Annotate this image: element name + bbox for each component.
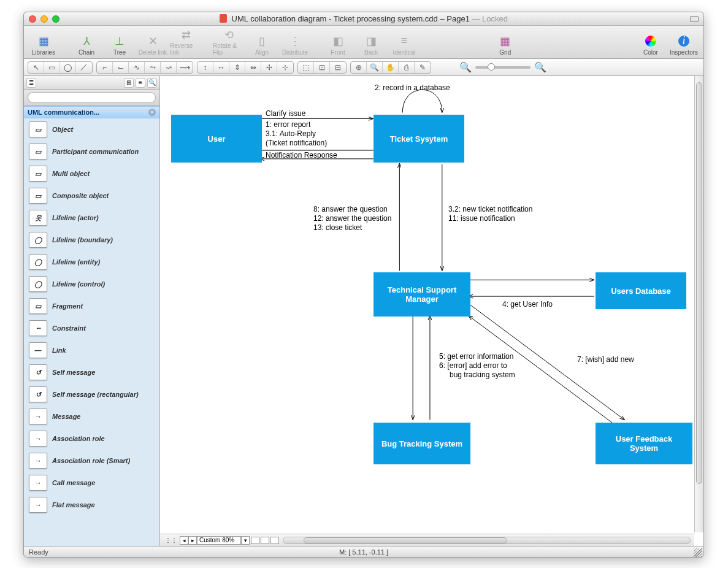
conn3-tool[interactable]: ∿ (129, 62, 145, 73)
zoom-in-icon[interactable]: 🔍 (534, 61, 546, 73)
node-bug-tracking[interactable]: Bug Tracking System (374, 423, 470, 464)
t5-tool[interactable]: ✢ (261, 62, 277, 73)
label-clarify[interactable]: Clarify issue (266, 109, 305, 119)
ellipse-tool[interactable]: ◯ (60, 62, 76, 73)
page-icon-2[interactable] (261, 537, 269, 544)
t1-tool[interactable]: ↕ (197, 62, 213, 73)
library-item[interactable]: 웃Lifeline (actor) (24, 207, 159, 229)
maximize-button[interactable] (690, 16, 699, 22)
nav5-tool[interactable]: ✎ (415, 62, 431, 73)
t6-tool[interactable]: ⊹ (277, 62, 293, 73)
library-item[interactable]: ◯Lifeline (entity) (24, 251, 159, 273)
library-item[interactable]: ↺Self message (24, 361, 159, 383)
titlebar[interactable]: UML collaboration diagram - Ticket proce… (24, 12, 703, 26)
library-search-input[interactable] (28, 92, 156, 103)
canvas[interactable]: User Ticket Sysytem Technical Support Ma… (160, 76, 694, 532)
node-ticket-system[interactable]: Ticket Sysytem (374, 115, 464, 163)
label-5[interactable]: 5: get error information (439, 352, 513, 362)
library-item[interactable]: ▭Composite object (24, 185, 159, 207)
zoom-out-icon[interactable]: 🔍 (459, 61, 472, 73)
zoom-icon[interactable] (52, 15, 59, 23)
back-button[interactable]: ◨Back (355, 28, 387, 57)
library-item[interactable]: —Link (24, 339, 159, 361)
label-31b[interactable]: (Ticket notification) (266, 139, 327, 148)
conn5-tool[interactable]: ⤻ (161, 62, 177, 73)
prev-page-button[interactable]: ◂ (180, 536, 188, 545)
delete-link-button[interactable]: ✕Delete link (137, 28, 169, 57)
rotate-flip-button[interactable]: ⟲Rotate & Flip (213, 28, 245, 57)
node-users-database[interactable]: Users Database (596, 272, 686, 309)
label-6a[interactable]: 6: [error] add error to (439, 361, 507, 371)
grid-view-icon[interactable]: ⊞ (124, 78, 134, 88)
line-tool[interactable]: ／ (76, 62, 92, 73)
label-8[interactable]: 8: answer the question (313, 205, 388, 215)
conn1-tool[interactable]: ⌐ (97, 62, 113, 73)
page-icon-3[interactable] (270, 537, 279, 544)
s1-tool[interactable]: ⬚ (298, 62, 314, 73)
zoom-level-input[interactable]: Custom 80% (197, 536, 241, 545)
align-button[interactable]: ▯Align (246, 28, 278, 57)
label-12[interactable]: 12: answer the question (313, 214, 391, 224)
resize-grip[interactable] (694, 548, 702, 557)
label-4[interactable]: 4: get User Info (502, 300, 553, 310)
label-notif[interactable]: Notification Response (266, 151, 337, 161)
inspectors-button[interactable]: iInspectors (668, 28, 700, 57)
s3-tool[interactable]: ⊟ (330, 62, 346, 73)
node-user[interactable]: User (171, 115, 262, 163)
identical-button[interactable]: ≡Identical (388, 28, 420, 57)
reverse-link-button[interactable]: ⇄Reverse link (170, 28, 202, 57)
search-icon[interactable]: 🔍 (147, 78, 157, 88)
close-category-icon[interactable]: × (148, 109, 156, 116)
tree-button[interactable]: ⊥Tree (104, 28, 136, 57)
label-7[interactable]: 7: [wish] add new (577, 355, 634, 365)
grid-button[interactable]: ▦Grid (489, 28, 521, 57)
t3-tool[interactable]: ⇕ (229, 62, 245, 73)
list-view-icon[interactable]: ≡ (136, 78, 145, 88)
label-11[interactable]: 11: issue notification (448, 214, 515, 224)
handle-icon[interactable]: ⋮⋮ (165, 537, 177, 543)
library-category[interactable]: UML communication...× (24, 106, 159, 118)
s2-tool[interactable]: ⊡ (314, 62, 330, 73)
label-1[interactable]: 1: error report (266, 120, 310, 130)
label-13[interactable]: 13: close ticket (313, 223, 362, 233)
zoom-menu-button[interactable]: ▾ (241, 536, 250, 545)
library-item[interactable]: ┄Constraint (24, 317, 159, 339)
distribute-button[interactable]: ⋮Distribute (279, 28, 311, 57)
library-item[interactable]: →Flat message (24, 494, 159, 516)
conn4-tool[interactable]: ⤳ (145, 62, 161, 73)
close-icon[interactable] (29, 15, 36, 23)
nav2-tool[interactable]: 🔍 (367, 62, 383, 73)
node-user-feedback[interactable]: User Feedback System (596, 423, 692, 464)
label-6b[interactable]: bug tracking system (450, 370, 515, 380)
library-item[interactable]: ◯Lifeline (control) (24, 273, 159, 295)
label-record[interactable]: 2: record in a database (375, 83, 450, 93)
t2-tool[interactable]: ↔ (213, 62, 229, 73)
minimize-icon[interactable] (40, 15, 48, 23)
color-button[interactable]: Color (635, 28, 667, 57)
chain-button[interactable]: ⅄Chain (71, 28, 102, 57)
zoom-slider[interactable] (475, 66, 531, 69)
pointer-tool[interactable]: ↖ (28, 62, 44, 73)
library-item[interactable]: ▭Multi object (24, 163, 159, 185)
rect-tool[interactable]: ▭ (44, 62, 60, 73)
page-icon-1[interactable] (251, 537, 259, 544)
label-31[interactable]: 3.1: Auto-Reply (266, 129, 316, 139)
nav3-tool[interactable]: ✋ (383, 62, 399, 73)
nav1-tool[interactable]: ⊕ (351, 62, 367, 73)
library-item[interactable]: ▭Fragment (24, 295, 159, 317)
conn2-tool[interactable]: ⌙ (113, 62, 129, 73)
node-tech-support-manager[interactable]: Technical Support Manager (374, 272, 470, 317)
nav4-tool[interactable]: ⎙ (399, 62, 415, 73)
libraries-button[interactable]: ▦Libraries (28, 28, 59, 57)
next-page-button[interactable]: ▸ (188, 536, 197, 545)
library-item[interactable]: →Association role (Smart) (24, 450, 159, 472)
library-items-list[interactable]: ▭Object▭Participant communication▭Multi … (24, 118, 159, 546)
t4-tool[interactable]: ⇔ (245, 62, 261, 73)
library-item[interactable]: →Message (24, 405, 159, 428)
conn6-tool[interactable]: ⟿ (177, 62, 193, 73)
label-32[interactable]: 3.2: new ticket notification (448, 205, 532, 215)
library-item[interactable]: ▭Participant communication (24, 140, 159, 163)
library-item[interactable]: →Call message (24, 472, 159, 494)
lib-icon[interactable]: ≣ (26, 78, 36, 88)
library-item[interactable]: ◯Lifeline (boundary) (24, 229, 159, 251)
